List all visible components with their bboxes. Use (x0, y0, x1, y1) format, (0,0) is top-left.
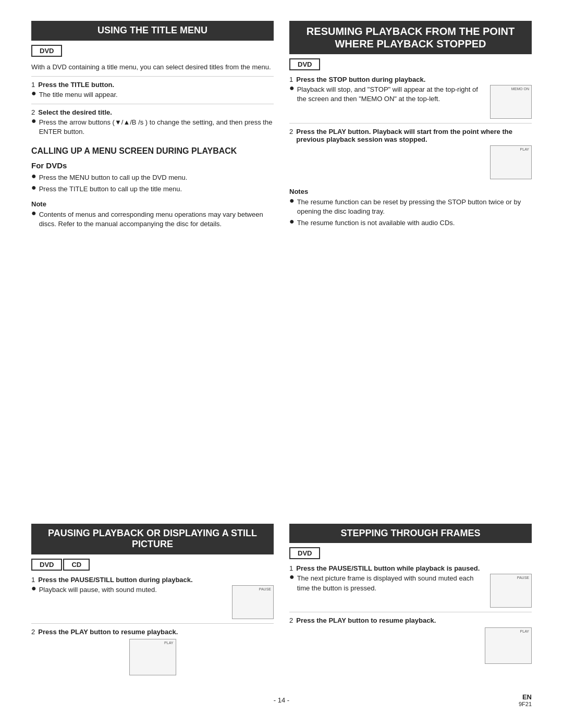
stepping-bullet-1: ● The next picture frame is displayed wi… (289, 574, 485, 593)
stepping-step2-img: PLAY (485, 627, 532, 664)
calling-menu-header: CALLING UP A MENU SCREEN DURING PLAYBACK (31, 146, 274, 156)
calling-note-bullet: ● Contents of menus and corresponding me… (31, 210, 274, 229)
pausing-header: PAUSING PLAYBACK OR DISPLAYING A STILL P… (31, 524, 274, 554)
resuming-step1-label: Press the STOP button during playback. (296, 76, 425, 83)
resuming-step1-body: ● Playback will stop, and "STOP" will ap… (289, 85, 532, 119)
bullet-dot-2: ● (31, 117, 36, 137)
calling-bullet-dot-2: ● (31, 183, 36, 194)
resuming-bullet-text-1: Playback will stop, and "STOP" will appe… (297, 85, 485, 104)
pausing-badge-row: DVD CD (31, 559, 274, 571)
resuming-step-2: 2 Press the PLAY button. Playback will s… (289, 128, 532, 179)
step1-label: Press the TITLE button. (38, 81, 114, 89)
title-menu-step1-row: 1 Press the TITLE button. (31, 81, 274, 89)
resuming-step1-img: MEMO ON (490, 85, 532, 119)
stepping-step1-label: Press the PAUSE/STILL button while playb… (296, 564, 480, 572)
resuming-note-dot-2: ● (289, 217, 295, 228)
calling-menu-section: CALLING UP A MENU SCREEN DURING PLAYBACK… (31, 146, 274, 229)
pausing-step2-num: 2 (31, 628, 35, 636)
calling-menu-bullet-text-2: Press the TITLE button to call up the ti… (39, 184, 274, 194)
title-menu-header: USING THE TITLE MENU (31, 21, 274, 41)
stepping-step2-img-label: PLAY (520, 630, 529, 633)
calling-menu-bullet-1: ● Press the MENU button to call up the D… (31, 173, 274, 182)
stepping-step1-body: ● The next picture frame is displayed wi… (289, 574, 532, 608)
title-menu-step2-bullet-text: Press the arrow buttons (▼/▲/B /s ) to c… (39, 118, 274, 137)
title-menu-step1-bullet-text: The title menu will appear. (39, 90, 274, 100)
resuming-step2-row: 2 Press the PLAY button. Playback will s… (289, 128, 532, 143)
pausing-step1-img-label: PAUSE (259, 587, 271, 591)
footer-en: EN (365, 693, 532, 701)
pausing-bullet-1: ● Playback will pause, with sound muted. (31, 585, 227, 595)
pausing-cd-badge: CD (63, 559, 90, 571)
note-label: Note (31, 200, 274, 208)
page-number: - 14 - (198, 696, 365, 704)
pausing-step2-row: 2 Press the PLAY button to resume playba… (31, 628, 274, 636)
bullet-dot: ● (31, 89, 36, 100)
footer-right: EN 9F21 (365, 693, 532, 707)
top-two-col: USING THE TITLE MENU DVD With a DVD cont… (31, 21, 532, 513)
resuming-step1-text: ● Playback will stop, and "STOP" will ap… (289, 85, 485, 106)
calling-bullet-dot-1: ● (31, 172, 36, 182)
resuming-header: RESUMING PLAYBACK FROM THE POINT WHERE P… (289, 21, 532, 54)
stepping-divider (289, 612, 532, 612)
stepping-dvd-badge: DVD (289, 547, 320, 559)
pausing-step-1: 1 Press the PAUSE/STILL button during pl… (31, 576, 274, 619)
step2-label: Select the desired title. (38, 108, 112, 116)
title-menu-step1-bullet: ● The title menu will appear. (31, 90, 274, 100)
title-menu-badge-row: DVD (31, 45, 274, 57)
stepping-step1-text: ● The next picture frame is displayed wi… (289, 574, 485, 595)
resuming-step2-img-container: PLAY (289, 145, 532, 179)
stepping-step1-img: PAUSE (490, 574, 532, 608)
step2-num: 2 (31, 108, 35, 116)
page: USING THE TITLE MENU DVD With a DVD cont… (0, 0, 563, 728)
calling-note: Note ● Contents of menus and correspondi… (31, 200, 274, 229)
resuming-divider (289, 123, 532, 124)
calling-note-text: Contents of menus and corresponding menu… (39, 210, 274, 229)
pausing-step1-img: PAUSE (232, 585, 274, 619)
divider-2 (31, 104, 274, 104)
stepping-step-1: 1 Press the PAUSE/STILL button while pla… (289, 564, 532, 608)
footer-code: 9F21 (365, 701, 532, 707)
pausing-step1-row: 1 Press the PAUSE/STILL button during pl… (31, 576, 274, 584)
calling-menu-sub: For DVDs (31, 161, 274, 170)
resuming-step-1: 1 Press the STOP button during playback.… (289, 76, 532, 119)
pausing-bullet-dot-1: ● (31, 584, 36, 595)
pausing-divider (31, 623, 274, 624)
stepping-badge-row: DVD (289, 547, 532, 559)
resuming-note-text-2: The resume function is not available wit… (297, 218, 532, 228)
bottom-two-col: PAUSING PLAYBACK OR DISPLAYING A STILL P… (31, 524, 532, 678)
title-menu-step-2: 2 Select the desired title. ● Press the … (31, 108, 274, 137)
pausing-step2-img-container: PLAY (31, 639, 274, 675)
calling-menu-bullet-2: ● Press the TITLE button to call up the … (31, 184, 274, 194)
notes-label: Notes (289, 188, 532, 195)
stepping-section: STEPPING THROUGH FRAMES DVD 1 Press the … (289, 524, 532, 664)
stepping-step1-num: 1 (289, 564, 293, 572)
resuming-bullet-dot-1: ● (289, 84, 295, 104)
stepping-step-2: 2 Press the PLAY button to resume playba… (289, 616, 532, 664)
resuming-step2-num: 2 (289, 128, 293, 143)
pausing-bullet-text-1: Playback will pause, with sound muted. (39, 585, 227, 595)
stepping-step1-img-label: PAUSE (517, 576, 529, 579)
stepping-step2-img-container: PLAY (289, 627, 532, 664)
pausing-step1-num: 1 (31, 576, 35, 584)
title-menu-intro: With a DVD containing a title menu, you … (31, 62, 274, 72)
resuming-note-dot-1: ● (289, 196, 295, 216)
right-col: RESUMING PLAYBACK FROM THE POINT WHERE P… (289, 21, 532, 513)
title-menu-step2-bullet: ● Press the arrow buttons (▼/▲/B /s ) to… (31, 118, 274, 137)
resuming-badge-row: DVD (289, 58, 532, 70)
title-menu-step-1: 1 Press the TITLE button. ● The title me… (31, 81, 274, 100)
step1-num: 1 (31, 81, 35, 89)
pausing-step2-img-label: PLAY (164, 641, 173, 645)
stepping-bullet-text-1: The next picture frame is displayed with… (297, 574, 485, 593)
page-footer: - 14 - EN 9F21 (31, 689, 532, 707)
pausing-dvd-badge: DVD (31, 559, 62, 571)
resuming-step2-img: PLAY (490, 145, 532, 179)
pausing-step2-label: Press the PLAY button to resume playback… (38, 628, 178, 636)
stepping-step2-label: Press the PLAY button to resume playback… (296, 616, 436, 624)
pausing-step1-label: Press the PAUSE/STILL button during play… (38, 576, 192, 584)
stepping-col: STEPPING THROUGH FRAMES DVD 1 Press the … (289, 524, 532, 678)
pausing-section: PAUSING PLAYBACK OR DISPLAYING A STILL P… (31, 524, 274, 675)
left-col: USING THE TITLE MENU DVD With a DVD cont… (31, 21, 274, 513)
resuming-bullet-1: ● Playback will stop, and "STOP" will ap… (289, 85, 485, 104)
resuming-step1-num: 1 (289, 76, 293, 83)
stepping-step2-num: 2 (289, 616, 293, 624)
